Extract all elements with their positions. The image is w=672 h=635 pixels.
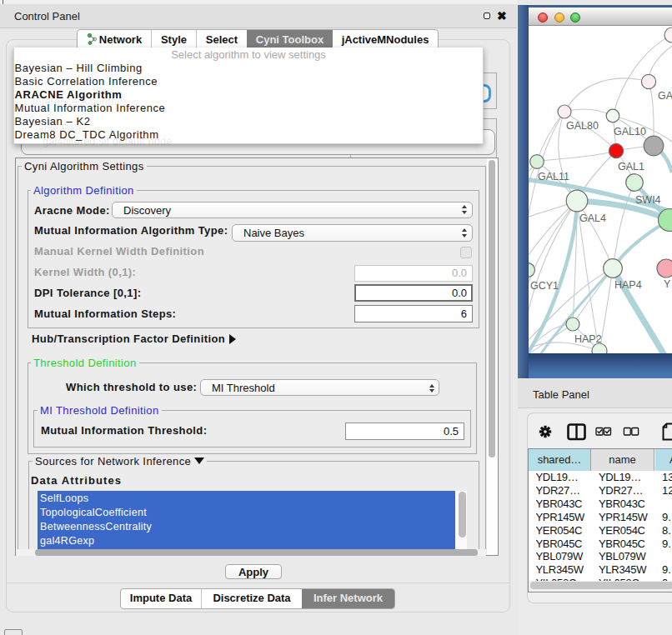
svg-text:GAL4: GAL4 — [579, 212, 606, 224]
svg-text:GAL10: GAL10 — [614, 126, 646, 138]
svg-text:HAP4: HAP4 — [614, 279, 642, 291]
svg-text:GAL80: GAL80 — [566, 120, 599, 132]
svg-text:GAL: GAL — [658, 90, 672, 102]
svg-text:GCY1: GCY1 — [530, 280, 559, 292]
svg-text:GAL11: GAL11 — [538, 171, 569, 182]
svg-text:GAL1: GAL1 — [618, 161, 644, 172]
svg-text:HAP2: HAP2 — [574, 333, 602, 345]
svg-text:SWI4: SWI4 — [635, 194, 661, 206]
svg-text:Y: Y — [664, 278, 671, 290]
